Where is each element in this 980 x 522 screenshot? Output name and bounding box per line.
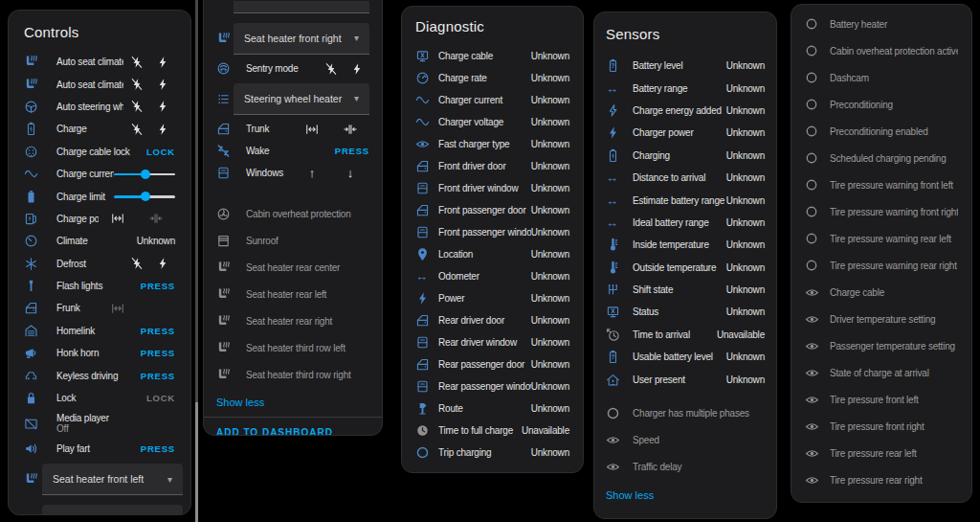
- entity-label: Auto seat climate right: [56, 79, 123, 90]
- eye-icon: [805, 420, 819, 434]
- add-to-dashboard-button[interactable]: ADD TO DASHBOARD: [216, 427, 333, 437]
- entity-label: Seat heater third row left: [246, 343, 369, 353]
- scrollbar-thumb[interactable]: [195, 402, 198, 522]
- entity-label: Shift state: [633, 284, 726, 295]
- flash-off-icon: [130, 56, 144, 69]
- flash-toggle-icon[interactable]: [149, 123, 175, 136]
- flash-toggle-icon[interactable]: [149, 56, 175, 69]
- flash-off-toggle-icon[interactable]: [123, 78, 149, 91]
- entity-value: Unknown: [726, 83, 765, 94]
- radiobox-icon: [606, 406, 620, 420]
- entity-row: ?Battery levelUnknown: [606, 55, 765, 77]
- window-down-icon[interactable]: ↓: [331, 166, 369, 180]
- steering-wheel-icon: [24, 100, 38, 114]
- entity-row: Charge cable lockLOCK: [24, 141, 175, 163]
- press-button[interactable]: PRESS: [141, 326, 175, 336]
- slider[interactable]: [114, 169, 175, 180]
- cover-open-icon[interactable]: [99, 302, 137, 315]
- entity-label: State of charge at arrival: [830, 368, 958, 378]
- window-up-icon[interactable]: ↑: [293, 166, 331, 180]
- entity-value: Unknown: [531, 139, 569, 149]
- entity-value: Unknown: [531, 403, 569, 414]
- entity-row: Speed: [606, 427, 765, 454]
- entity-row: State of charge at arrival: [805, 359, 958, 386]
- entity-row: Seat heater third row right: [216, 361, 369, 388]
- controls-card: ControlsAuto seat climate leftAuto seat …: [8, 10, 191, 515]
- battery-q-icon: ?: [606, 350, 620, 364]
- cover-open-icon[interactable]: [99, 212, 137, 225]
- radiobox-icon: [805, 151, 818, 165]
- entity-row: Battery heater: [805, 11, 958, 37]
- card-content: Seat heater front right▾Sentry modeSteer…: [204, 0, 382, 435]
- entity-row: Tire pressure front left: [805, 386, 958, 413]
- entity-label: Seat heater rear center: [246, 262, 369, 273]
- flash-toggle-icon[interactable]: [149, 78, 175, 91]
- cover-stop-icon[interactable]: [331, 123, 369, 136]
- entity-value: Unknown: [726, 352, 765, 362]
- entity-row: Defrost: [24, 253, 175, 275]
- entity-value: Unknown: [531, 73, 569, 83]
- flash-toggle-icon[interactable]: [149, 100, 175, 113]
- entity-row: Rear passenger doorUnknown: [415, 353, 569, 375]
- entity-row: Charge cable: [805, 279, 958, 306]
- flash-toggle-icon[interactable]: [344, 62, 369, 76]
- entity-row: Honk hornPRESS: [24, 342, 175, 364]
- volume-high-icon: [24, 442, 38, 456]
- cover-open-icon[interactable]: [293, 123, 331, 136]
- press-button[interactable]: PRESS: [141, 348, 175, 358]
- partial-select-dropdown[interactable]: [42, 505, 183, 515]
- entity-row: LocationUnknown: [415, 243, 569, 265]
- flash-icon: [156, 123, 169, 136]
- flash-off-toggle-icon[interactable]: [123, 123, 149, 136]
- partial-select-dropdown[interactable]: [234, 1, 369, 13]
- entity-label: Front passenger window: [438, 227, 531, 238]
- battery-q-icon: ?: [606, 58, 620, 73]
- entity-label: Seat heater rear right: [246, 316, 369, 327]
- entity-label: User present: [633, 374, 726, 385]
- select-dropdown[interactable]: Seat heater front right▾: [234, 23, 369, 55]
- flash-off-toggle-icon[interactable]: [123, 257, 149, 270]
- press-button[interactable]: PRESS: [141, 371, 175, 381]
- battery-charging-icon: [606, 148, 620, 163]
- press-button[interactable]: PRESS: [141, 281, 175, 291]
- select-dropdown[interactable]: Steering wheel heater▾: [234, 83, 369, 115]
- entity-value: Unknown: [531, 117, 569, 127]
- seat-heater-icon: [24, 472, 38, 487]
- entity-value: Unknown: [726, 150, 765, 161]
- press-button[interactable]: PRESS: [335, 146, 369, 156]
- entity-value: Unknown: [726, 239, 765, 250]
- battery-icon: [24, 190, 38, 204]
- cover-stop-icon[interactable]: [137, 212, 175, 225]
- car-door-icon: [415, 357, 430, 372]
- lock-button[interactable]: LOCK: [146, 147, 175, 157]
- car-door-icon: [415, 159, 430, 173]
- entity-label: Tire pressure warning rear left: [830, 234, 958, 244]
- press-button[interactable]: PRESS: [141, 443, 175, 454]
- entity-row: Steering wheel heater▾: [216, 79, 369, 118]
- entity-label: Auto steering wheel …: [56, 102, 123, 112]
- entity-row: Sentry mode: [216, 57, 369, 79]
- entity-row: ↔Ideal battery rangeUnknown: [606, 212, 765, 234]
- window-rect-icon: [415, 225, 430, 239]
- entity-value: Unknown: [726, 60, 765, 71]
- entity-row: Front driver windowUnknown: [415, 177, 569, 199]
- slider[interactable]: [114, 191, 175, 202]
- flash-off-toggle-icon[interactable]: [123, 56, 149, 69]
- entity-label: Charge rate: [438, 73, 531, 83]
- entity-label: Charge: [56, 124, 123, 134]
- chevron-down-icon: ▾: [167, 474, 172, 485]
- seat-heater-icon: [216, 368, 231, 382]
- show-less-link[interactable]: Show less: [606, 489, 654, 501]
- flash-off-toggle-icon[interactable]: [318, 62, 344, 76]
- flash-off-toggle-icon[interactable]: [123, 100, 149, 113]
- sine-wave-icon: [415, 93, 430, 107]
- car-door-icon: [24, 301, 38, 315]
- entity-row: WakePRESS: [216, 140, 369, 162]
- thermometer-icon: [606, 238, 620, 252]
- scrollbar[interactable]: [195, 0, 198, 522]
- flash-toggle-icon[interactable]: [149, 257, 175, 270]
- show-less-link[interactable]: Show less: [216, 397, 264, 408]
- radiobox-icon: [805, 205, 818, 218]
- select-dropdown[interactable]: Seat heater front left▾: [42, 464, 183, 495]
- clock-solid-icon: [415, 423, 430, 438]
